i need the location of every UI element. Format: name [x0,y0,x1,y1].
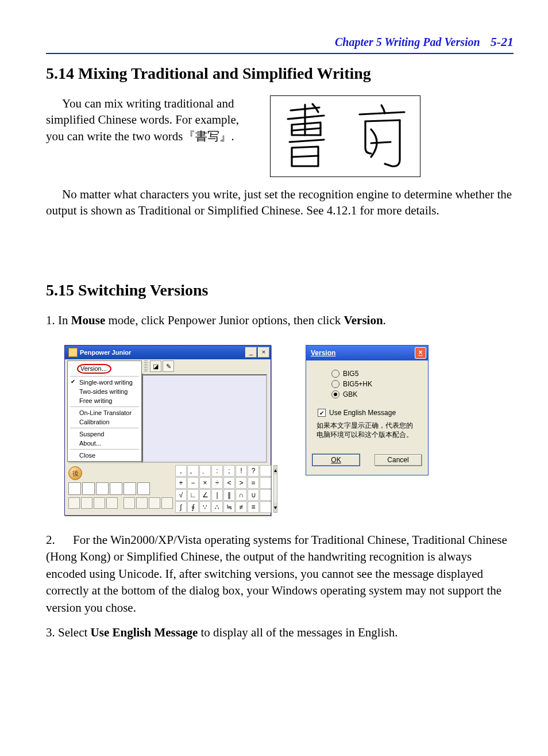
step-2: 2. For the Win2000/XP/Vista operating sy… [46,532,514,616]
mini-tool-6[interactable] [136,497,148,509]
radio-icon [331,390,339,398]
symbol-scrollbar[interactable]: ▴ ▾ [273,465,277,513]
candidate-cell[interactable] [82,482,95,495]
symbol-cell[interactable] [260,465,271,477]
candidate-cell[interactable] [110,482,122,495]
ok-button[interactable]: OK [312,454,360,466]
radio-gbk[interactable]: GBK [331,390,420,398]
toolbar-icon-2[interactable]: ✎ [163,360,174,372]
symbol-cell[interactable]: ∴ [211,501,223,513]
symbol-cell[interactable]: × [199,477,211,489]
symbol-cell[interactable]: ≒ [223,501,235,513]
symbol-cell[interactable]: , [175,465,187,477]
handwriting-char-xie-icon [354,102,411,171]
menu-item-single-word[interactable]: Single-word writing [68,378,141,387]
mini-tool-3[interactable] [94,497,105,509]
symbol-cell[interactable] [260,501,271,513]
round-button[interactable]: 後 [68,466,82,480]
radio-icon [331,370,339,378]
step-1: 1. In Mouse mode, click Penpower Junior … [46,312,514,329]
symbol-cell[interactable]: 、 [199,465,211,477]
symbol-cell[interactable]: = [248,477,259,489]
symbol-cell[interactable]: ∠ [199,489,211,501]
symbol-cell[interactable] [260,489,271,501]
symbol-cell[interactable]: ‖ [223,489,235,501]
checkbox-icon: ✔ [318,409,326,417]
symbol-cell[interactable]: 。 [187,465,199,477]
symbol-cell[interactable]: − [187,477,199,489]
radio-label: BIG5 [343,370,358,378]
section-5-14-title: 5.14 Mixing Traditional and Simplified W… [46,64,514,83]
mini-tool-8[interactable] [161,497,173,509]
section-5-14-p1: You can mix writing traditional and simp… [46,95,253,144]
header-rule: Chapter 5 Writing Pad Version 5-21 [46,34,514,54]
symbol-cell[interactable]: ∟ [187,489,199,501]
symbol-cell[interactable]: | [211,489,223,501]
menu-item-about[interactable]: About... [68,439,141,448]
scroll-down-icon[interactable]: ▾ [274,503,277,512]
symbol-cell[interactable]: ∩ [236,489,247,501]
mini-tool-1[interactable] [68,497,80,509]
chapter-title: Chapter 5 Writing Pad Version [335,36,480,49]
symbol-cell[interactable]: ? [248,465,259,477]
radio-big5hk[interactable]: BIG5+HK [331,380,420,388]
handwriting-sample-box [270,95,420,177]
page-number: 5-21 [491,34,514,49]
dialog-titlebar: Version × [306,346,428,360]
dialog-close-button[interactable]: × [415,347,426,359]
mini-tool-7[interactable] [149,497,160,509]
symbol-cell[interactable]: ∪ [248,489,259,501]
section-5-15-title: 5.15 Switching Versions [46,281,514,300]
cancel-button[interactable]: Cancel [375,454,422,466]
candidate-cell[interactable] [137,482,150,495]
menu-item-version[interactable]: Version... [68,362,141,375]
symbol-cell[interactable]: ∵ [199,501,211,513]
menu-item-close[interactable]: Close [68,451,141,460]
symbol-cell[interactable]: < [223,477,235,489]
symbol-cell[interactable]: ≡ [248,501,259,513]
radio-label: BIG5+HK [343,380,372,388]
dialog-message: 如果本文字显示正确，代表您的电脑环境可以和这个版本配合。 [317,421,418,439]
symbol-cell[interactable]: > [236,477,247,489]
minimize-button[interactable]: _ [245,347,257,358]
symbol-cell[interactable]: ∫ [175,501,187,513]
dialog-title: Version [311,349,335,357]
symbol-cell[interactable]: ∮ [187,501,199,513]
app-icon [68,348,78,357]
symbol-cell[interactable]: √ [175,489,187,501]
candidate-cell[interactable] [96,482,109,495]
symbol-cell[interactable]: : [211,465,223,477]
window-title: Penpower Junior [80,349,244,356]
bottom-panel: 後 [65,464,271,515]
close-button[interactable]: × [258,347,269,358]
scroll-up-icon[interactable]: ▴ [274,466,277,475]
screenshots-row: Penpower Junior _ × Version... Single-wo… [64,345,514,516]
window-titlebar: Penpower Junior _ × [65,346,271,359]
radio-big5[interactable]: BIG5 [331,370,420,378]
menu-item-translator[interactable]: On-Line Translator [68,408,141,417]
mini-tool-5[interactable] [124,497,135,509]
mini-tool-2[interactable] [81,497,92,509]
menu-item-suspend[interactable]: Suspend [68,429,141,439]
checkbox-english-message[interactable]: ✔ Use English Message [318,409,420,417]
toolbar-grip-icon [144,360,148,372]
symbol-cell[interactable]: ! [236,465,247,477]
menu-item-two-sides[interactable]: Two-sides writing [68,387,141,396]
manual-page: { "header": { "chapter": "Chapter 5 Writ… [0,0,548,756]
candidate-cell[interactable] [68,482,81,495]
menu-item-free-writing[interactable]: Free writing [68,396,141,405]
mini-tool-4[interactable] [106,497,118,509]
symbol-cell[interactable]: ÷ [211,477,223,489]
version-highlight: Version... [77,364,111,374]
symbol-cell[interactable]: ; [223,465,235,477]
writing-area[interactable] [142,374,267,463]
checkbox-label: Use English Message [329,409,396,417]
candidate-cell[interactable] [124,482,136,495]
toolbar-icon-1[interactable]: ◪ [150,360,161,372]
menu-item-calibration[interactable]: Calibration [68,417,141,427]
symbol-cell[interactable]: ≠ [236,501,247,513]
symbol-cell[interactable]: + [175,477,187,489]
symbol-cell[interactable] [260,477,271,489]
radio-icon [331,380,339,388]
section-5-14-p2: No matter what characters you write, jus… [46,186,514,219]
